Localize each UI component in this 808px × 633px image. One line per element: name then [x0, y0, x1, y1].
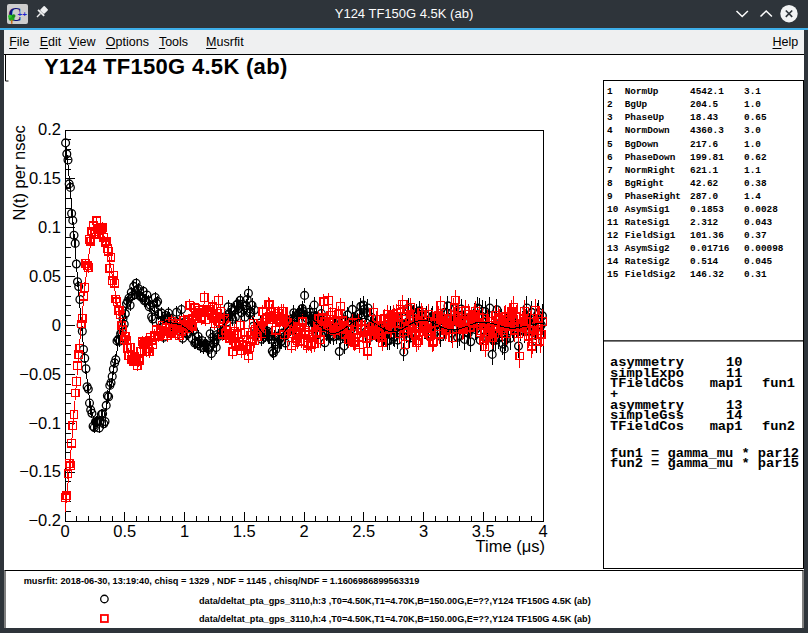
svg-text:0.1853: 0.1853 [690, 204, 724, 215]
svg-text:FieldSig1: FieldSig1 [625, 230, 676, 241]
svg-text:map1: map1 [710, 419, 743, 434]
svg-text:fun2: fun2 [762, 419, 795, 434]
svg-text:204.5: 204.5 [690, 99, 719, 110]
svg-text:0: 0 [60, 522, 69, 540]
svg-text:0.045: 0.045 [744, 256, 773, 267]
svg-text:1: 1 [180, 522, 189, 540]
svg-text:3: 3 [607, 112, 613, 123]
svg-text:NormUp: NormUp [625, 86, 659, 97]
svg-text:4: 4 [607, 125, 613, 136]
svg-text:4360.3: 4360.3 [690, 125, 724, 136]
svg-text:0.31: 0.31 [744, 269, 767, 280]
svg-text:3.0: 3.0 [744, 125, 761, 136]
svg-text:data/deltat_pta_gps_3110,h:4 ,: data/deltat_pta_gps_3110,h:4 ,T0=4.50K,T… [199, 613, 591, 624]
svg-text:RateSig2: RateSig2 [625, 256, 670, 267]
svg-text:3.1: 3.1 [744, 86, 761, 97]
svg-text:NormRight: NormRight [625, 165, 676, 176]
svg-text:0.05: 0.05 [29, 267, 61, 285]
svg-text:11: 11 [607, 217, 619, 228]
svg-text:RateSig1: RateSig1 [625, 217, 670, 228]
svg-text:AsymSig2: AsymSig2 [625, 243, 670, 254]
svg-text:1.1: 1.1 [744, 165, 761, 176]
svg-text:1.4: 1.4 [744, 191, 761, 202]
svg-text:musrfit: 2018-06-30, 13:19:40,: musrfit: 2018-06-30, 13:19:40, chisq = 1… [24, 575, 420, 586]
svg-text:0.00098: 0.00098 [744, 243, 784, 254]
svg-text:0.65: 0.65 [744, 112, 767, 123]
svg-text:0.15: 0.15 [29, 169, 61, 187]
svg-text:1: 1 [607, 86, 613, 97]
svg-text:1.0: 1.0 [744, 99, 761, 110]
svg-text:fun2 = gamma_mu * par15: fun2 = gamma_mu * par15 [610, 456, 799, 471]
svg-text:1.0: 1.0 [744, 139, 761, 150]
svg-text:10: 10 [607, 204, 619, 215]
svg-text:PhaseDown: PhaseDown [625, 152, 676, 163]
svg-text:BgDown: BgDown [625, 139, 659, 150]
svg-text:9: 9 [607, 191, 613, 202]
svg-text:1.5: 1.5 [233, 522, 256, 540]
svg-text:Time (μs): Time (μs) [476, 537, 545, 555]
svg-text:4542.1: 4542.1 [690, 86, 724, 97]
svg-text:TFieldCos: TFieldCos [610, 376, 684, 391]
svg-text:2: 2 [607, 99, 613, 110]
svg-text:−0.2: −0.2 [28, 511, 61, 529]
svg-text:N(t) per nsec: N(t) per nsec [10, 125, 28, 220]
svg-text:0.514: 0.514 [690, 256, 719, 267]
svg-text:7: 7 [607, 165, 613, 176]
svg-text:−0.15: −0.15 [19, 462, 61, 480]
svg-text:2.5: 2.5 [352, 522, 375, 540]
svg-text:0.37: 0.37 [744, 230, 767, 241]
svg-text:146.32: 146.32 [690, 269, 724, 280]
svg-text:5: 5 [607, 139, 613, 150]
svg-text:14: 14 [607, 256, 619, 267]
svg-text:data/deltat_pta_gps_3110,h:3 ,: data/deltat_pta_gps_3110,h:3 ,T0=4.50K,T… [199, 595, 591, 606]
svg-text:0.62: 0.62 [744, 152, 767, 163]
svg-text:0.38: 0.38 [744, 178, 767, 189]
svg-text:Y124 TF150G 4.5K (ab): Y124 TF150G 4.5K (ab) [44, 55, 288, 79]
svg-text:0.043: 0.043 [744, 217, 773, 228]
svg-text:2.312: 2.312 [690, 217, 719, 228]
svg-text:13: 13 [607, 243, 619, 254]
svg-text:621.1: 621.1 [690, 165, 719, 176]
svg-text:map1: map1 [710, 376, 743, 391]
svg-text:0.01716: 0.01716 [690, 243, 730, 254]
svg-text:6: 6 [607, 152, 613, 163]
svg-text:PhaseUp: PhaseUp [625, 112, 665, 123]
svg-text:217.6: 217.6 [690, 139, 719, 150]
svg-text:3: 3 [419, 522, 428, 540]
svg-text:BgRight: BgRight [625, 178, 664, 189]
svg-text:FieldSig2: FieldSig2 [625, 269, 676, 280]
svg-text:0.0028: 0.0028 [744, 204, 778, 215]
svg-text:0: 0 [52, 316, 61, 334]
svg-text:NormDown: NormDown [625, 125, 670, 136]
svg-text:0.2: 0.2 [38, 120, 61, 138]
svg-text:12: 12 [607, 230, 619, 241]
svg-text:TFieldCos: TFieldCos [610, 419, 684, 434]
svg-text:BgUp: BgUp [625, 99, 648, 110]
svg-text:−0.1: −0.1 [28, 414, 61, 432]
svg-text:0.5: 0.5 [113, 522, 136, 540]
svg-text:0.1: 0.1 [38, 218, 61, 236]
svg-text:−0.05: −0.05 [19, 365, 61, 383]
svg-text:42.62: 42.62 [690, 178, 719, 189]
svg-text:199.81: 199.81 [690, 152, 724, 163]
svg-text:8: 8 [607, 178, 613, 189]
svg-text:fun1: fun1 [762, 376, 795, 391]
svg-text:PhaseRight: PhaseRight [625, 191, 681, 202]
svg-text:101.36: 101.36 [690, 230, 724, 241]
svg-text:AsymSig1: AsymSig1 [625, 204, 670, 215]
svg-text:287.0: 287.0 [690, 191, 719, 202]
svg-text:18.43: 18.43 [690, 112, 719, 123]
svg-text:2: 2 [299, 522, 308, 540]
svg-text:15: 15 [607, 269, 619, 280]
